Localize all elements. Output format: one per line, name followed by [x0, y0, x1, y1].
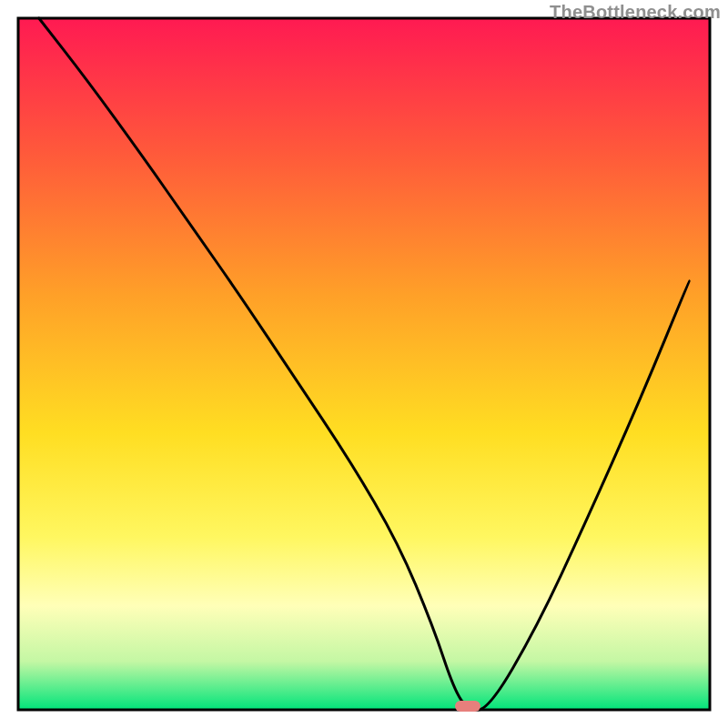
bottleneck-chart	[0, 0, 728, 728]
optimal-marker	[455, 701, 480, 712]
chart-container: TheBottleneck.com	[0, 0, 728, 728]
plot-background	[18, 18, 710, 710]
watermark-text: TheBottleneck.com	[550, 2, 721, 23]
